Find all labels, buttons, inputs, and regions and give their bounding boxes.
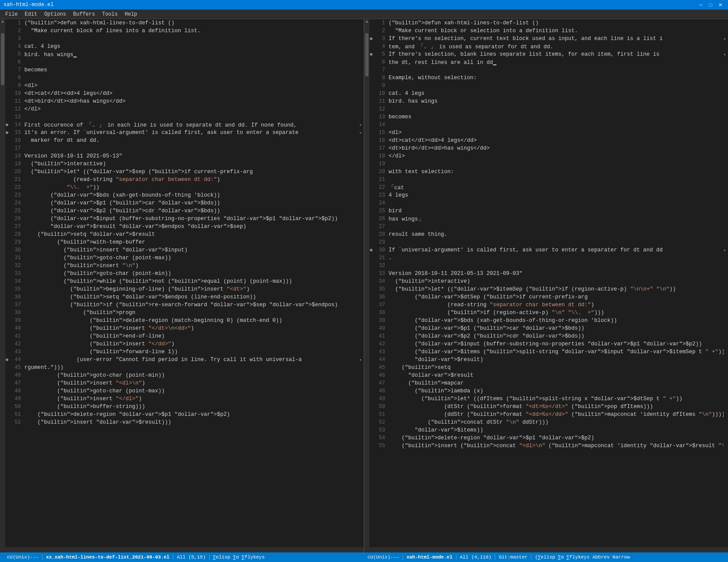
line-text[interactable]: cat. 4 legs (24, 43, 359, 50)
code-line-52[interactable]: 52 ("builtin">insert "dollar-var">$resul… (5, 418, 364, 426)
line-text[interactable]: <dl> (389, 130, 724, 136)
code-line-40[interactable]: 40 ("builtin">insert "</dt>\n<dd>") (5, 324, 364, 332)
code-line-33[interactable]: 33Version 2018-10-11 2021-05-13 2021-09-… (369, 270, 728, 278)
code-line-52[interactable]: 52 ("builtin">concat dtStr "\n" ddStr))) (369, 418, 728, 426)
line-text[interactable]: If `universal-argument' is called first,… (389, 247, 724, 253)
line-text[interactable]: If there's selection, blank lines separa… (389, 51, 724, 57)
code-line-6[interactable]: 6 (5, 58, 364, 66)
line-text[interactable]: (ddStr ("builtin">format "<dd>%s</dd>" (… (389, 411, 724, 418)
code-line-38[interactable]: 38 ("builtin">if (region-active-p) "\n" … (369, 309, 728, 317)
menu-help[interactable]: Help (121, 10, 141, 18)
code-line-44[interactable]: 44 (user-error "Cannot find period in li… (5, 356, 364, 364)
code-line-19[interactable]: 19 (369, 160, 728, 168)
code-line-39[interactable]: 39 ("builtin">delete-region (match-begin… (5, 317, 364, 324)
line-text[interactable]: ("builtin">defun xah-html-lines-to-def-l… (389, 20, 724, 26)
code-line-15[interactable]: 15it's an error. If `universal-argument'… (5, 129, 364, 137)
window-controls[interactable]: ─ □ ✕ (697, 1, 725, 8)
code-line-40[interactable]: 40 ("dollar-var">$p1 ("builtin">car "dol… (369, 324, 728, 332)
line-text[interactable]: "dollar-var">$items)) (389, 427, 724, 433)
scroll-up-arrow-r[interactable]: ▲ (364, 19, 369, 24)
code-line-42[interactable]: 42 ("builtin">insert "</dd>") (5, 340, 364, 348)
code-line-12[interactable]: 12 (369, 105, 728, 113)
code-line-29[interactable]: 29 ("builtin">with-temp-buffer (5, 238, 364, 246)
line-text[interactable]: ("dollar-var">$p1 ("builtin">car "dollar… (24, 200, 359, 206)
line-text[interactable]: ("builtin">end-of-line) (24, 333, 359, 339)
code-line-47[interactable]: 47 ("builtin">mapcar (369, 379, 728, 387)
line-text[interactable]: has wings」 (389, 215, 724, 223)
code-line-49[interactable]: 49 ("builtin">let* ((dfItems ("builtin">… (369, 395, 728, 403)
minimize-button[interactable]: ─ (697, 1, 705, 8)
code-line-15[interactable]: 15<dl> (369, 129, 728, 137)
code-line-49[interactable]: 49 ("builtin">insert "</dl>") (5, 395, 364, 403)
line-text[interactable]: the dt, rest lines are all in dd▁ (389, 59, 724, 66)
code-line-21[interactable]: 21 (read-string "separator char between … (5, 176, 364, 184)
line-text[interactable]: ("dollar-var">$input (buffer-substring-n… (24, 216, 359, 222)
code-line-48[interactable]: 48 ("builtin">goto-char (point-max)) (5, 387, 364, 395)
line-text[interactable]: ("builtin">progn (24, 310, 359, 316)
code-line-26[interactable]: 26 ("dollar-var">$input (buffer-substrin… (5, 215, 364, 223)
code-line-27[interactable]: 27 (369, 223, 728, 231)
menu-options[interactable]: Options (41, 10, 70, 18)
code-line-17[interactable]: 17 (5, 144, 364, 152)
line-text[interactable]: </dl> (389, 153, 724, 159)
scroll-up-arrow[interactable]: ▲ (0, 19, 5, 24)
maximize-button[interactable]: □ (706, 1, 715, 8)
line-text[interactable]: ("dollar-var">$items ("builtin">split-st… (389, 349, 724, 355)
line-text[interactable]: ("builtin">insert "dollar-var">$result))… (24, 419, 359, 425)
line-text[interactable]: Version 2018-10-11 2021-05-13" (24, 153, 359, 159)
code-line-55[interactable]: 55 ("builtin">insert ("builtin">concat "… (369, 442, 728, 450)
code-line-22[interactable]: 22 "\\. +")) (5, 184, 364, 191)
line-text[interactable]: ("builtin">delete-region "dollar-var">$p… (389, 435, 724, 441)
scroll-thumb[interactable] (1, 33, 4, 85)
line-text[interactable]: (user-error "Cannot find period in line.… (24, 357, 359, 363)
code-line-20[interactable]: 20with text selection: (369, 168, 728, 176)
code-line-32[interactable]: 32 ("builtin">insert "\n") (5, 262, 364, 270)
line-text[interactable]: ("builtin">lambda (x) (389, 388, 724, 394)
line-text[interactable]: Version 2018-10-11 2021-05-13 2021-09-03… (389, 271, 724, 277)
line-text[interactable]: ("builtin">delete-region "dollar-var">$p… (24, 411, 359, 418)
code-line-39[interactable]: 39 ("dollar-var">$bds (xah-get-bounds-of… (369, 317, 728, 324)
line-text[interactable]: ("builtin">insert "dollar-var">$input) (24, 247, 359, 253)
code-line-23[interactable]: 23 ("dollar-var">$bds (xah-get-bounds-of… (5, 191, 364, 199)
line-text[interactable]: If there's no selection, current text bl… (389, 36, 724, 42)
line-text[interactable]: ("builtin">insert "<dl>\n") (24, 380, 359, 386)
line-text[interactable]: ("builtin">buffer-string))) (24, 404, 359, 410)
code-line-47[interactable]: 47 ("builtin">insert "<dl>\n") (5, 379, 364, 387)
code-line-36[interactable]: 36 ("builtin">setq "dollar-var">$endpos … (5, 293, 364, 301)
code-line-13[interactable]: 13 (5, 113, 364, 121)
code-line-32[interactable]: 32 (369, 262, 728, 270)
line-text[interactable]: ("builtin">insert ("builtin">concat "<dl… (389, 443, 724, 449)
line-text[interactable]: <dt>cat</dt><dd>4 legs</dd> (389, 137, 724, 144)
line-text[interactable]: <dt>bird</dt><dd>has wings</dd> (24, 98, 359, 104)
line-text[interactable]: <dt>cat</dt><dd>4 legs</dd> (24, 90, 359, 97)
line-text[interactable]: ("builtin">goto-char (point-min)) (24, 372, 359, 378)
line-text[interactable]: (read-string "separator char between dt … (389, 302, 724, 308)
code-line-37[interactable]: 37 ("builtin">if ("builtin">re-search-fo… (5, 301, 364, 309)
code-line-36[interactable]: 36 ("dollar-var">$dtSep ("builtin">if cu… (369, 293, 728, 301)
code-line-30[interactable]: 30If `universal-argument' is called firs… (369, 246, 728, 254)
code-line-11[interactable]: 11bird. has wings (369, 97, 728, 105)
code-line-29[interactable]: 29 (369, 238, 728, 246)
code-line-8[interactable]: 8Example, without selection: (369, 74, 728, 82)
code-line-30[interactable]: 30 ("builtin">insert "dollar-var">$input… (5, 246, 364, 254)
code-line-1[interactable]: 1("builtin">defun xah-html-lines-to-def-… (5, 19, 364, 27)
code-line-23[interactable]: 234 legs (369, 191, 728, 199)
code-line-53[interactable]: 53 "dollar-var">$items)) (369, 426, 728, 434)
code-line-16[interactable]: 16<dt>cat</dt><dd>4 legs</dd> (369, 137, 728, 144)
line-text[interactable]: rgument."))) (24, 365, 359, 371)
line-text[interactable]: </dl> (24, 106, 359, 112)
code-line-50[interactable]: 50 (dtStr ("builtin">format "<dt>%s</dt>… (369, 403, 728, 411)
line-text[interactable]: "dollar-var">$result) (389, 357, 724, 363)
line-text[interactable]: Example, without selection: (389, 75, 724, 81)
line-text[interactable]: ("builtin">mapcar (389, 380, 724, 386)
left-code-content[interactable]: 1("builtin">defun xah-html-lines-to-def-… (5, 19, 364, 547)
line-text[interactable]: becomes (24, 67, 359, 73)
line-text[interactable]: 「cat (389, 184, 724, 191)
code-line-11[interactable]: 11<dt>bird</dt><dd>has wings</dd> (5, 97, 364, 105)
code-line-35[interactable]: 35 ("builtin">beginning-of-line) ("built… (5, 285, 364, 293)
code-line-27[interactable]: 27 "dollar-var">$result "dollar-var">$en… (5, 223, 364, 231)
code-line-45[interactable]: 45 ("builtin">setq (369, 364, 728, 371)
code-line-2[interactable]: 2 "Make current block of lines into a de… (5, 27, 364, 35)
code-line-14[interactable]: 14First occurence of 「. 」 in each line i… (5, 121, 364, 129)
left-scrollbar[interactable]: ▲ (0, 19, 5, 547)
